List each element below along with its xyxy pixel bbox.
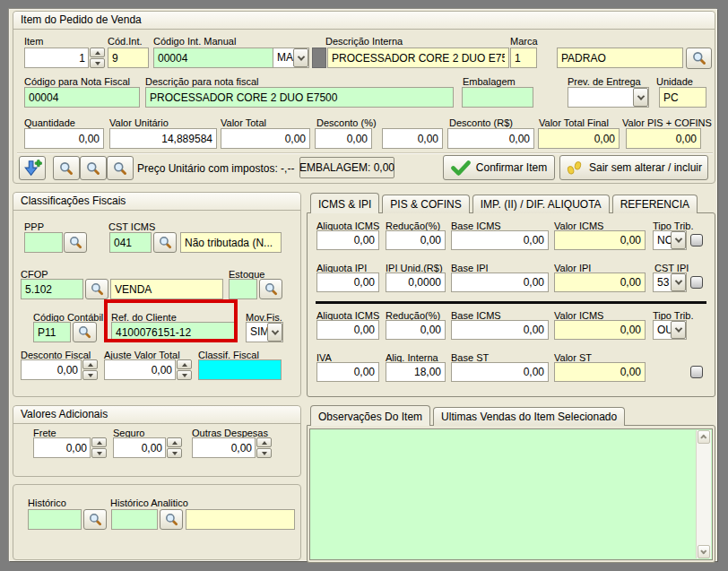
seguro-spin-down-button[interactable] <box>167 448 182 458</box>
tab-imp-dif-aliquota[interactable]: IMP. (II) / DIF. ALIQUOTA <box>472 195 610 213</box>
st-mini-button[interactable] <box>690 366 703 378</box>
desconto-pct-input-2[interactable] <box>382 128 443 149</box>
desc-interna-input[interactable] <box>327 48 509 68</box>
icms1-tipo-dropdown-button[interactable] <box>671 231 686 249</box>
tipo-codigo-select[interactable]: MA <box>273 48 309 68</box>
scrollbar[interactable] <box>696 430 711 558</box>
item-spin-up-button[interactable] <box>90 48 105 57</box>
search-button-2[interactable] <box>80 156 107 180</box>
historico-analitico-input[interactable] <box>111 509 158 530</box>
ref-cliente-input[interactable] <box>111 322 235 342</box>
tipo-codigo-dropdown-button[interactable] <box>293 48 308 67</box>
desc-nf-input[interactable] <box>145 87 454 108</box>
icms2-reducao-input[interactable] <box>386 320 446 340</box>
valor-pis-cofins-input[interactable] <box>626 128 701 149</box>
cod-contabil-input[interactable] <box>33 322 71 342</box>
valor-total-final-input[interactable] <box>538 128 620 149</box>
icms1-reducao-input[interactable] <box>386 230 446 250</box>
historico-input[interactable] <box>28 509 82 530</box>
ipi-unid-input[interactable] <box>386 273 446 292</box>
item-spin-down-button[interactable] <box>90 58 105 68</box>
historico-analitico-desc-input[interactable] <box>186 509 295 530</box>
icms1-valor-input[interactable] <box>554 230 646 250</box>
observacoes-textarea[interactable] <box>309 428 713 560</box>
valor-total-input[interactable] <box>221 128 310 149</box>
valor-st-input[interactable] <box>554 362 646 382</box>
cod-manual-input[interactable] <box>153 48 277 68</box>
tab-observacoes-item[interactable]: Observações Do Item <box>310 405 430 426</box>
search-button-3[interactable] <box>107 156 134 180</box>
valor-unitario-input[interactable] <box>109 128 217 149</box>
confirmar-item-button[interactable]: Confirmar Item <box>443 155 555 180</box>
icms1-tipo-select[interactable]: NO <box>653 230 687 250</box>
ipi-valor-input[interactable] <box>554 273 646 292</box>
tab-referencia[interactable]: REFERENCIA <box>612 195 698 213</box>
mov-fis-dropdown-button[interactable] <box>267 323 282 342</box>
ipi-base-input[interactable] <box>451 273 549 292</box>
ajuste-valor-input[interactable] <box>104 359 176 380</box>
seguro-input[interactable] <box>113 437 166 458</box>
frete-spin-down-button[interactable] <box>91 448 107 458</box>
search-button-1[interactable] <box>53 156 80 180</box>
cfop-desc-input[interactable] <box>110 279 223 299</box>
unidade-input[interactable] <box>659 87 706 108</box>
aliq-interna-input[interactable] <box>386 362 446 382</box>
icms2-valor-input[interactable] <box>554 320 646 340</box>
ajuste-valor-spin-up-button[interactable] <box>177 359 192 369</box>
icms2-base-input[interactable] <box>451 320 549 340</box>
seguro-spin-up-button[interactable] <box>167 437 182 447</box>
cod-int-input[interactable] <box>108 48 149 68</box>
ajuste-valor-spin-down-button[interactable] <box>177 370 192 380</box>
quantidade-input[interactable] <box>24 128 104 149</box>
outras-despesas-input[interactable] <box>192 437 256 458</box>
cod-contabil-search-button[interactable] <box>73 322 97 342</box>
historico-analitico-search-button[interactable] <box>160 509 183 530</box>
ppp-search-button[interactable] <box>64 232 87 253</box>
ipi-cst-dropdown-button[interactable] <box>671 273 686 291</box>
estoque-search-button[interactable] <box>259 279 282 299</box>
cfop-search-button[interactable] <box>85 279 108 299</box>
marca-name-input[interactable] <box>557 48 683 68</box>
icms2-tipo-dropdown-button[interactable] <box>671 321 686 339</box>
cfop-input[interactable] <box>21 279 83 299</box>
ipi-cst-select[interactable]: 53 <box>653 273 687 292</box>
desconto-fiscal-input[interactable] <box>21 359 82 380</box>
frete-spin-up-button[interactable] <box>91 437 107 447</box>
ppp-input[interactable] <box>24 232 63 253</box>
ipi-mini-button[interactable] <box>690 276 703 289</box>
desconto-pct-input-1[interactable] <box>315 128 372 149</box>
tab-icms-ipi[interactable]: ICMS & IPI <box>310 193 379 213</box>
desconto-fiscal-spin-up-button[interactable] <box>82 359 98 369</box>
cst-icms-search-button[interactable] <box>153 232 177 253</box>
tab-pis-cofins[interactable]: PIS & COFINS <box>382 195 469 213</box>
prev-entrega-select[interactable] <box>568 87 649 108</box>
historico-search-button[interactable] <box>83 509 107 530</box>
cod-nf-input[interactable] <box>24 87 140 108</box>
frete-input[interactable] <box>33 437 91 458</box>
ipi-aliquota-input[interactable] <box>316 273 379 292</box>
outras-spin-down-button[interactable] <box>256 448 272 458</box>
iva-input[interactable] <box>316 362 379 382</box>
desconto-fiscal-spin-down-button[interactable] <box>82 370 98 380</box>
base-st-input[interactable] <box>451 362 549 382</box>
tab-ultimas-vendas[interactable]: Ultimas Vendas do Item Selecionado <box>433 407 625 426</box>
marca-code-input[interactable] <box>510 48 537 68</box>
icms1-aliquota-input[interactable] <box>316 230 379 250</box>
prev-entrega-dropdown-button[interactable] <box>633 88 648 107</box>
cst-icms-input[interactable] <box>109 232 152 253</box>
icms1-mini-button[interactable] <box>690 234 703 247</box>
icms1-base-input[interactable] <box>451 230 549 250</box>
scrollbar-down-button[interactable] <box>698 545 710 558</box>
desconto-rs-input[interactable] <box>447 128 534 149</box>
icms2-tipo-select[interactable]: OUT <box>653 320 687 340</box>
icms2-aliquota-input[interactable] <box>316 320 379 340</box>
embalagem-input[interactable] <box>462 87 533 108</box>
add-item-button[interactable] <box>19 156 46 180</box>
classif-fiscal-input[interactable] <box>198 359 282 380</box>
marca-search-button[interactable] <box>686 48 712 69</box>
item-input[interactable] <box>24 48 89 68</box>
estoque-input[interactable] <box>229 279 257 299</box>
mov-fis-select[interactable]: SIM <box>246 322 283 342</box>
scrollbar-up-button[interactable] <box>698 430 710 444</box>
outras-spin-up-button[interactable] <box>256 437 272 447</box>
